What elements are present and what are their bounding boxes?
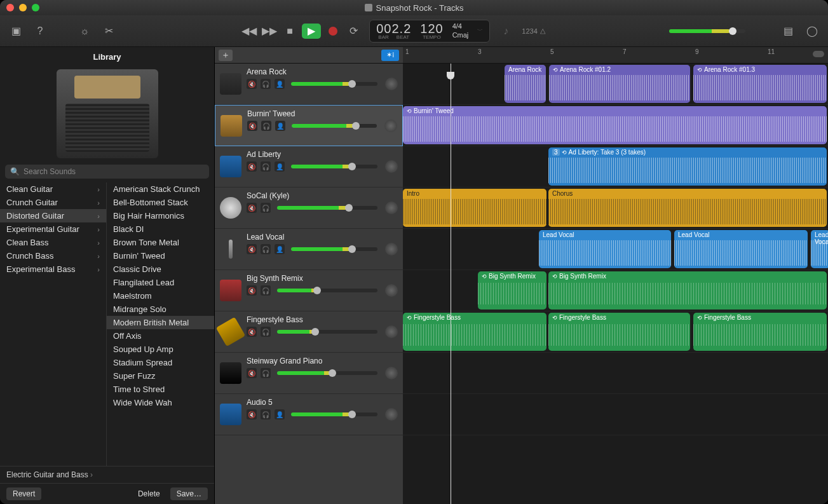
track-volume-slider[interactable] bbox=[292, 124, 377, 128]
region[interactable]: Intro bbox=[403, 189, 546, 227]
region[interactable]: ⟲Burnin' Tweed bbox=[403, 106, 827, 144]
region[interactable]: Lead Vocal bbox=[674, 230, 808, 268]
region[interactable]: Lead Vocal bbox=[811, 230, 828, 268]
track-volume-slider[interactable] bbox=[291, 247, 377, 251]
play-button[interactable]: ▶ bbox=[302, 24, 321, 39]
smart-controls-button[interactable]: ☼ bbox=[76, 23, 93, 39]
region-row[interactable]: 3⟲Ad Liberty: Take 3 (3 takes) bbox=[403, 146, 828, 187]
record-button[interactable] bbox=[325, 23, 341, 39]
track-header[interactable]: Ad Liberty🔇🎧👤 bbox=[215, 146, 403, 187]
track-header[interactable]: Burnin' Tweed🔇🎧👤 bbox=[215, 105, 403, 146]
input-button[interactable]: 👤 bbox=[275, 244, 285, 254]
zoom-icon[interactable] bbox=[32, 4, 39, 11]
region-row[interactable]: IntroChorus bbox=[403, 187, 828, 229]
track-volume-slider[interactable] bbox=[277, 289, 377, 292]
track-volume-slider[interactable] bbox=[291, 165, 377, 168]
mute-button[interactable]: 🔇 bbox=[247, 244, 257, 254]
metronome-icon[interactable]: △ bbox=[540, 27, 545, 35]
timeline-ruler[interactable]: 1357911 bbox=[403, 47, 828, 64]
region[interactable]: ⟲Big Synth Remix bbox=[478, 271, 546, 310]
track-volume-slider[interactable] bbox=[277, 206, 377, 210]
preset-item[interactable]: Midrange Solo bbox=[107, 303, 214, 316]
solo-button[interactable]: 🎧 bbox=[261, 79, 271, 89]
preset-item[interactable]: Flangilated Lead bbox=[107, 276, 214, 289]
chevron-down-icon[interactable]: ﹀ bbox=[477, 27, 483, 35]
track-pan-knob[interactable] bbox=[385, 284, 398, 297]
preset-item[interactable]: Super Fuzz bbox=[107, 369, 214, 383]
track-pan-knob[interactable] bbox=[385, 325, 398, 338]
region-row[interactable]: ⟲Big Synth Remix⟲Big Synth Remix bbox=[403, 270, 828, 311]
category-item[interactable]: Crunch Bass› bbox=[0, 249, 106, 262]
category-item[interactable]: Clean Bass› bbox=[0, 236, 106, 249]
delete-button[interactable]: Delete bbox=[132, 487, 166, 500]
track-header[interactable]: Arena Rock🔇🎧👤 bbox=[215, 64, 403, 105]
preset-item[interactable]: Classic Drive bbox=[107, 262, 214, 276]
track-volume-slider[interactable] bbox=[291, 82, 377, 86]
arrange-area[interactable]: Arena Rock⟲Arena Rock #01.2⟲Arena Rock #… bbox=[403, 64, 828, 504]
editors-button[interactable]: ✂ bbox=[100, 23, 117, 39]
library-toggle-button[interactable]: ▣ bbox=[8, 23, 24, 39]
master-volume-slider[interactable] bbox=[669, 29, 745, 33]
mute-button[interactable]: 🔇 bbox=[247, 368, 257, 378]
solo-button[interactable]: 🎧 bbox=[261, 244, 271, 254]
track-header[interactable]: Lead Vocal🔇🎧👤 bbox=[215, 229, 403, 270]
mute-button[interactable]: 🔇 bbox=[247, 285, 257, 296]
region[interactable]: ⟲Fingerstyle Bass bbox=[403, 313, 546, 351]
category-item[interactable]: Crunch Guitar› bbox=[0, 196, 106, 209]
region[interactable]: ⟲Fingerstyle Bass bbox=[693, 313, 827, 351]
loops-button[interactable]: ◯ bbox=[804, 23, 820, 39]
region[interactable]: Chorus bbox=[548, 189, 827, 227]
lcd-display[interactable]: 002.2 BARBEAT 120TEMPO 4/4Cmaj ﹀ bbox=[369, 20, 490, 43]
close-icon[interactable] bbox=[6, 4, 14, 11]
preset-item[interactable]: Brown Tone Metal bbox=[107, 236, 214, 249]
minimize-icon[interactable] bbox=[19, 4, 27, 11]
preset-item[interactable]: Bell-Bottomed Stack bbox=[107, 196, 214, 209]
search-input[interactable]: 🔍 Search Sounds bbox=[5, 165, 209, 179]
input-button[interactable]: 👤 bbox=[275, 409, 285, 419]
save-button[interactable]: Save… bbox=[170, 487, 208, 500]
region[interactable]: ⟲Arena Rock #01.3 bbox=[693, 65, 827, 103]
region[interactable]: Lead Vocal bbox=[539, 230, 671, 268]
preset-item[interactable]: Burnin' Tweed bbox=[107, 249, 214, 262]
track-header[interactable]: Big Synth Remix🔇🎧 bbox=[215, 270, 403, 311]
category-item[interactable]: Experimental Bass› bbox=[0, 262, 106, 276]
track-volume-slider[interactable] bbox=[277, 371, 377, 375]
track-pan-knob[interactable] bbox=[385, 78, 398, 90]
region[interactable]: ⟲Big Synth Remix bbox=[548, 271, 827, 310]
revert-button[interactable]: Revert bbox=[6, 487, 41, 500]
region-row[interactable]: ⟲Fingerstyle Bass⟲Fingerstyle Bass⟲Finge… bbox=[403, 311, 828, 353]
region[interactable]: Arena Rock bbox=[505, 65, 546, 103]
zoom-scroll-thumb[interactable] bbox=[813, 51, 824, 57]
preset-item[interactable]: Big Hair Harmonics bbox=[107, 209, 214, 222]
preset-item[interactable]: Time to Shred bbox=[107, 383, 214, 396]
track-header[interactable]: SoCal (Kyle)🔇🎧 bbox=[215, 187, 403, 229]
rewind-button[interactable]: ◀◀ bbox=[241, 23, 257, 39]
track-header[interactable]: Fingerstyle Bass🔇🎧 bbox=[215, 311, 403, 353]
solo-button[interactable]: 🎧 bbox=[261, 121, 271, 131]
solo-button[interactable]: 🎧 bbox=[261, 285, 271, 296]
region-row[interactable]: ⟲Burnin' Tweed bbox=[403, 105, 828, 146]
category-list[interactable]: Clean Guitar›Crunch Guitar›Distorted Gui… bbox=[0, 182, 107, 466]
region[interactable]: 3⟲Ad Liberty: Take 3 (3 takes) bbox=[548, 147, 827, 186]
cycle-button[interactable]: ⟳ bbox=[345, 23, 362, 39]
region-row[interactable]: Lead VocalLead VocalLead Vocal bbox=[403, 229, 828, 270]
mute-button[interactable]: 🔇 bbox=[247, 327, 257, 337]
track-pan-knob[interactable] bbox=[385, 408, 398, 421]
region[interactable]: ⟲Fingerstyle Bass bbox=[548, 313, 690, 351]
solo-button[interactable]: 🎧 bbox=[261, 368, 271, 378]
input-button[interactable]: 👤 bbox=[275, 161, 285, 172]
track-header[interactable]: Audio 5🔇🎧👤 bbox=[215, 394, 403, 435]
add-track-button[interactable]: ＋ bbox=[219, 50, 233, 61]
mute-button[interactable]: 🔇 bbox=[247, 161, 257, 172]
region-row[interactable] bbox=[403, 394, 828, 435]
track-pan-knob[interactable] bbox=[385, 367, 398, 379]
solo-button[interactable]: 🎧 bbox=[261, 161, 271, 172]
preset-item[interactable]: Off Axis bbox=[107, 329, 214, 343]
preset-item[interactable]: American Stack Crunch bbox=[107, 182, 214, 196]
playhead[interactable] bbox=[451, 64, 451, 504]
input-button[interactable]: 👤 bbox=[275, 79, 285, 89]
preset-item[interactable]: Black DI bbox=[107, 222, 214, 236]
library-breadcrumb[interactable]: Electric Guitar and Bass › bbox=[0, 466, 214, 483]
input-button[interactable]: 👤 bbox=[275, 121, 285, 131]
solo-button[interactable]: 🎧 bbox=[261, 203, 271, 213]
